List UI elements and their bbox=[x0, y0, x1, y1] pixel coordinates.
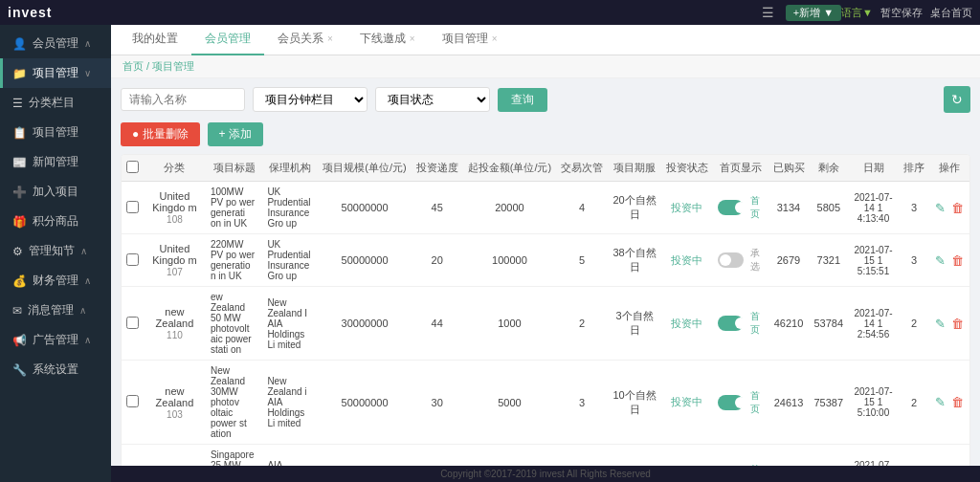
delete-button[interactable]: 🗑 bbox=[950, 200, 965, 216]
cell-scale: 50000000 bbox=[318, 445, 411, 467]
col-trade: 交易次管 bbox=[556, 155, 608, 182]
sidebar-item-label: 广告管理 bbox=[33, 332, 78, 348]
refresh-button[interactable]: ↻ bbox=[944, 86, 970, 113]
cell-period: 20个自然日 bbox=[608, 182, 661, 234]
tab-project-mgmt[interactable]: 项目管理 × bbox=[429, 25, 511, 55]
sidebar-item-message[interactable]: ✉ 消息管理 ∧ bbox=[0, 296, 111, 325]
edit-button[interactable]: ✎ bbox=[934, 252, 947, 269]
homepage-toggle[interactable] bbox=[718, 395, 744, 410]
homepage-toggle-wrap: 首页 bbox=[718, 194, 764, 221]
sidebar-item-category[interactable]: ☰ 分类栏目 bbox=[0, 88, 111, 118]
cell-date: 2021-07-14 1 2:46:41 bbox=[848, 445, 899, 467]
row-checkbox[interactable] bbox=[126, 253, 139, 266]
sidebar-item-join-project[interactable]: ➕ 加入项目 bbox=[0, 177, 111, 207]
close-icon[interactable]: × bbox=[410, 33, 415, 44]
homepage-toggle[interactable] bbox=[718, 252, 744, 268]
search-button[interactable]: 查询 bbox=[498, 88, 547, 112]
close-icon[interactable]: × bbox=[492, 33, 498, 44]
cell-title: ew Zealand 50 MW photovolt aic power sta… bbox=[206, 287, 262, 361]
tab-my-disposal[interactable]: 我的处置 bbox=[119, 25, 191, 55]
gift-icon: 🎁 bbox=[12, 215, 27, 229]
sidebar-item-label: 系统设置 bbox=[33, 362, 78, 378]
cell-trade: 2 bbox=[556, 287, 608, 361]
row-checkbox[interactable] bbox=[126, 395, 139, 407]
sidebar-item-project-mgmt[interactable]: 📁 项目管理 ∨ bbox=[0, 58, 111, 88]
sidebar-item-settings[interactable]: 🔧 系统设置 bbox=[0, 355, 111, 384]
edit-button[interactable]: ✎ bbox=[934, 394, 947, 410]
col-progress: 投资递度 bbox=[412, 155, 463, 182]
cell-actions: ✎ 🗑 bbox=[929, 287, 969, 361]
status-badge: 投资中 bbox=[671, 318, 702, 329]
tab-member-mgmt[interactable]: 会员管理 bbox=[191, 25, 264, 55]
sidebar-item-finance[interactable]: 💰 财务管理 ∧ bbox=[0, 266, 111, 296]
menu-icon[interactable]: ☰ bbox=[762, 5, 774, 20]
homepage-toggle[interactable] bbox=[718, 200, 744, 215]
sidebar-item-member-mgmt[interactable]: 👤 会员管理 ∧ bbox=[0, 29, 111, 58]
footer: Copyright ©2017-2019 invest All Rights R… bbox=[111, 466, 980, 482]
cell-progress: 44 bbox=[412, 287, 463, 361]
cell-scale: 50000000 bbox=[318, 182, 411, 234]
language-selector[interactable]: 语言▼ bbox=[841, 6, 873, 20]
status-badge: 投资中 bbox=[671, 396, 702, 407]
delete-button[interactable]: 🗑 bbox=[950, 394, 965, 410]
search-input[interactable] bbox=[121, 88, 245, 111]
cell-homepage: 首页 bbox=[713, 445, 768, 467]
chevron-icon: ∧ bbox=[79, 305, 86, 316]
status-select[interactable]: 项目状态 bbox=[375, 87, 490, 112]
action-bar: ● 批量删除 + 添加 bbox=[121, 122, 970, 146]
new-btn[interactable]: +新增 ▼ bbox=[786, 5, 841, 21]
table-row: United Kingdo m108 100MW PV po wer gener… bbox=[122, 182, 969, 234]
tab-bar: 我的处置 会员管理 会员关系 × 下线邀成 × 项目管理 × bbox=[111, 25, 980, 55]
sidebar-item-label: 财务管理 bbox=[33, 273, 78, 289]
cell-category: new Zealand103 bbox=[144, 361, 206, 445]
col-institution: 保理机构 bbox=[262, 155, 318, 182]
cell-sort: 2 bbox=[899, 361, 929, 445]
batch-delete-button[interactable]: ● 批量删除 bbox=[121, 122, 200, 146]
cell-remaining: 7321 bbox=[810, 234, 849, 287]
footer-text: Copyright ©2017-2019 invest All Rights R… bbox=[440, 469, 651, 479]
settings-icon: 🔧 bbox=[12, 363, 27, 377]
cell-title: 100MW PV po wer generati on in UK bbox=[206, 182, 262, 234]
cell-homepage: 首页 bbox=[713, 182, 768, 234]
cell-scale: 50000000 bbox=[318, 234, 411, 287]
col-date: 日期 bbox=[848, 155, 899, 182]
chevron-icon: ∧ bbox=[84, 275, 91, 286]
ads-icon: 📢 bbox=[12, 334, 27, 347]
sidebar-item-points[interactable]: 🎁 积分商品 bbox=[0, 207, 111, 236]
category-select[interactable]: 项目分钟栏目 bbox=[253, 87, 368, 112]
cell-trade: 3 bbox=[556, 361, 608, 445]
sidebar-item-news[interactable]: 📰 新闻管理 bbox=[0, 147, 111, 177]
cell-date: 2021-07-14 1 4:13:40 bbox=[848, 182, 899, 234]
tab-member-relation[interactable]: 会员关系 × bbox=[264, 25, 346, 55]
cell-progress: 20 bbox=[412, 234, 463, 287]
edit-button[interactable]: ✎ bbox=[934, 200, 947, 216]
close-icon[interactable]: × bbox=[327, 33, 333, 44]
edit-button[interactable]: ✎ bbox=[934, 316, 947, 332]
sidebar-item-ads[interactable]: 📢 广告管理 ∧ bbox=[0, 325, 111, 355]
cell-status: 投资中 bbox=[661, 234, 713, 287]
tab-downline[interactable]: 下线邀成 × bbox=[346, 25, 429, 55]
breadcrumb-home[interactable]: 首页 bbox=[122, 60, 144, 72]
col-homepage: 首页显示 bbox=[713, 155, 768, 182]
table-row: United Kingdo m107 220MW PV po wer gener… bbox=[122, 234, 969, 287]
add-button[interactable]: + 添加 bbox=[208, 122, 263, 146]
save-btn[interactable]: 暂空保存 bbox=[880, 6, 923, 20]
col-title: 项目标题 bbox=[206, 155, 262, 182]
cell-period: 3个自然日 bbox=[608, 287, 661, 361]
cell-actions: ✎ 🗑 bbox=[929, 182, 969, 234]
home-btn[interactable]: 桌台首页 bbox=[930, 6, 972, 20]
select-all-checkbox[interactable] bbox=[126, 161, 139, 173]
row-checkbox[interactable] bbox=[126, 201, 139, 213]
row-checkbox[interactable] bbox=[126, 317, 139, 329]
cell-trade: 0.07 bbox=[556, 445, 608, 467]
chevron-icon: ∧ bbox=[84, 38, 91, 49]
cell-institution: UK Prudential Insurance Gro up bbox=[262, 182, 318, 234]
delete-button[interactable]: 🗑 bbox=[950, 252, 965, 269]
delete-button[interactable]: 🗑 bbox=[950, 316, 965, 332]
sidebar-item-mgmt-node[interactable]: ⚙ 管理知节 ∧ bbox=[0, 236, 111, 266]
homepage-toggle[interactable] bbox=[718, 316, 744, 331]
sidebar-item-label: 管理知节 bbox=[29, 243, 75, 259]
sidebar-item-project[interactable]: 📋 项目管理 bbox=[0, 118, 111, 147]
cell-min-invest: 100 bbox=[463, 445, 556, 467]
homepage-toggle-label: 首页 bbox=[747, 310, 764, 337]
